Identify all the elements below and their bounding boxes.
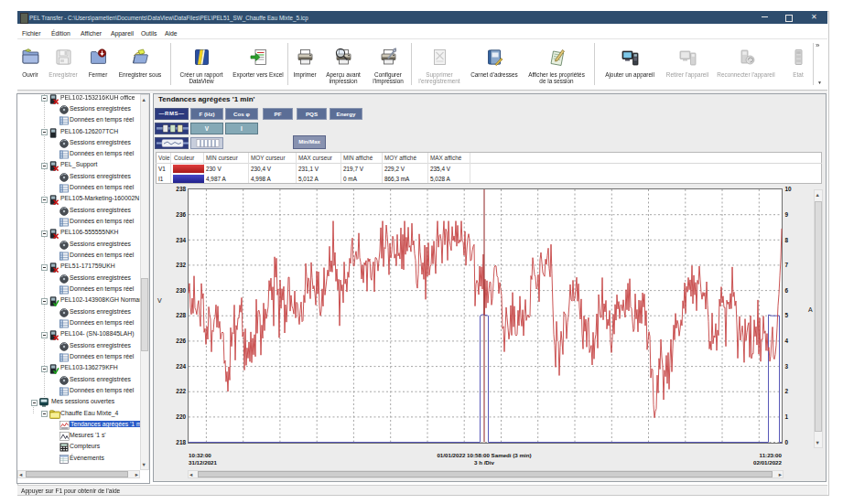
svg-text:10: 10 <box>785 186 793 192</box>
svg-text:4: 4 <box>785 338 789 344</box>
svg-text:0: 0 <box>785 439 789 445</box>
svg-text:V: V <box>157 297 162 304</box>
svg-text:6: 6 <box>785 287 789 294</box>
svg-text:238: 238 <box>176 186 186 192</box>
svg-text:7: 7 <box>785 262 789 268</box>
svg-text:226: 226 <box>176 338 186 344</box>
svg-text:5: 5 <box>785 312 789 318</box>
svg-text:9: 9 <box>785 211 789 218</box>
svg-text:236: 236 <box>176 211 186 218</box>
svg-text:1: 1 <box>785 413 789 420</box>
svg-text:232: 232 <box>176 262 186 268</box>
svg-text:218: 218 <box>176 439 186 445</box>
svg-text:222: 222 <box>176 388 186 394</box>
svg-text:228: 228 <box>176 312 186 318</box>
svg-text:230: 230 <box>176 287 186 294</box>
svg-text:8: 8 <box>785 237 789 243</box>
svg-text:2: 2 <box>785 388 789 394</box>
svg-text:234: 234 <box>176 237 186 243</box>
svg-text:220: 220 <box>176 413 186 420</box>
svg-text:3: 3 <box>785 363 789 370</box>
svg-text:A: A <box>808 306 813 313</box>
svg-text:224: 224 <box>176 363 186 370</box>
